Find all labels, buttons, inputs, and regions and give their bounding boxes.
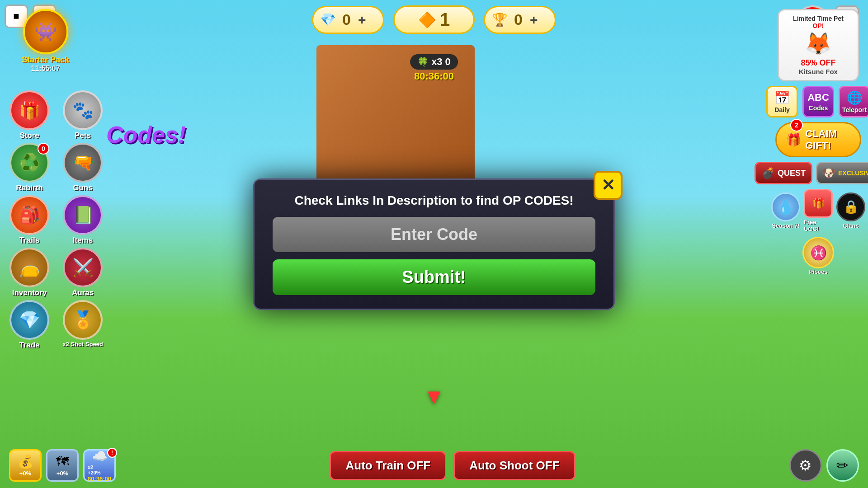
trophies-display: 🏆 0 +: [484, 6, 556, 34]
gold-button[interactable]: 💰 +0%: [9, 449, 42, 482]
pisces-label: Pisces: [809, 268, 827, 275]
claim-gift-button[interactable]: 2 🎁 CLAIM GIFT!: [775, 122, 861, 157]
sidebar-item-auras[interactable]: ⚔️ Auras: [58, 248, 108, 297]
sidebar-item-guns[interactable]: 🔫 Guns: [58, 143, 108, 192]
modal-close-button[interactable]: ✕: [594, 171, 623, 200]
quest-button[interactable]: 💣 QUEST: [755, 162, 812, 184]
sidebar-row-3: 🎒 Trails 📗 Items: [5, 195, 108, 245]
gift-icon: 🎁: [786, 132, 802, 147]
modal-description: Check Links In Description to find OP CO…: [273, 193, 595, 208]
inventory-label: Inventory: [12, 288, 47, 297]
codes-floating-label: Codes!: [106, 121, 186, 148]
multiplier-text: x3: [431, 56, 442, 68]
codes-modal: ✕ Check Links In Description to find OP …: [253, 178, 615, 310]
pencil-button[interactable]: ✏: [826, 449, 859, 482]
left-sidebar: 🎁 Store 🐾 Pets ♻️ 0 Rebirth 🔫 Guns 🎒 Tra…: [5, 90, 108, 350]
score-value: 0: [445, 56, 451, 68]
daily-label: Daily: [774, 106, 789, 113]
daily-button[interactable]: 📅 Daily: [766, 86, 798, 117]
gems-icon: 💎: [318, 10, 338, 30]
map-plus: +0%: [57, 470, 68, 477]
rebirth-label: Rebirth: [16, 183, 43, 192]
bottom-bar: 💰 +0% 🗺 +0% ! ☁️ x2 +20% 80:36:00 Auto T…: [0, 443, 868, 488]
boost-badge: !: [107, 448, 117, 458]
sidebar-item-pets[interactable]: 🐾 Pets: [58, 90, 108, 140]
trophies-plus-button[interactable]: +: [530, 12, 538, 28]
freeugc-button[interactable]: 🎁 Free UGC!: [804, 189, 833, 232]
gold-icon: 💰: [18, 454, 33, 469]
clans-label: Clans: [843, 222, 859, 229]
exclusive-pet-icon: 🐶: [822, 167, 835, 179]
trophies-value: 0: [514, 11, 523, 28]
sidebar-row-4: 👝 Inventory ⚔️ Auras: [5, 248, 108, 297]
claim-gift-badge: 2: [790, 119, 803, 131]
bottom-right-buttons: ⚙ ✏: [789, 449, 859, 482]
score-bar: 🍀 x3 0 80:36:00: [410, 54, 458, 82]
sidebar-item-rebirth[interactable]: ♻️ 0 Rebirth: [5, 143, 54, 192]
pets-icon: 🐾: [63, 90, 103, 130]
items-icon: 📗: [63, 195, 103, 235]
codes-button[interactable]: ABC Codes: [802, 86, 834, 117]
teleport-icon: 🌐: [847, 90, 863, 105]
sidebar-row-2: ♻️ 0 Rebirth 🔫 Guns: [5, 143, 108, 192]
multiplier-badge: 🍀 x3 0: [410, 54, 458, 70]
freeugc-icon: 🎁: [804, 189, 833, 218]
boost-info: x2 +20% 80:36:00: [88, 465, 111, 482]
right-bottom-row: 💧 Season 7! 🎁 Free UGC! 🔒 Clans: [771, 189, 865, 232]
sidebar-item-store[interactable]: 🎁 Store: [5, 90, 54, 140]
boost-button[interactable]: ! ☁️ x2 +20% 80:36:00: [83, 449, 116, 482]
pisces-button[interactable]: ♓ Pisces: [802, 237, 834, 275]
bomb-icon: 💣: [761, 167, 775, 179]
freeugc-label: Free UGC!: [804, 219, 833, 232]
sidebar-row-1: 🎁 Store 🐾 Pets: [5, 90, 108, 140]
starter-pack-timer: 11:55:07: [31, 65, 60, 73]
codes-icon: ABC: [807, 92, 829, 103]
limited-pet-box[interactable]: Limited Time Pet OP! 🦊 85% OFF Kitsune F…: [778, 9, 859, 81]
ammo-icon: 🔶: [418, 11, 436, 28]
starter-pack-label: Starter Pack: [22, 55, 69, 65]
exclusive-label: EXCLUSIVE!: [838, 169, 868, 177]
map-icon: 🗺: [56, 454, 69, 469]
limited-pet-label: Limited Time Pet: [793, 15, 844, 22]
right-sidebar: Limited Time Pet OP! 🦊 85% OFF Kitsune F…: [773, 9, 863, 275]
quest-label: QUEST: [778, 169, 806, 178]
boost-multiplier: x2: [88, 465, 111, 470]
clover-icon: 🍀: [417, 56, 429, 67]
sidebar-item-inventory[interactable]: 👝 Inventory: [5, 248, 54, 297]
map-button[interactable]: 🗺 +0%: [46, 449, 79, 482]
sidebar-item-trade[interactable]: 💎 Trade: [5, 300, 54, 350]
sidebar-item-items[interactable]: 📗 Items: [58, 195, 108, 245]
codes-label: Codes: [809, 104, 828, 112]
season-button[interactable]: 💧 Season 7!: [771, 192, 800, 229]
submit-button[interactable]: Submit!: [273, 259, 595, 295]
sidebar-row-5: 💎 Trade 🏅 x2 Shot Speed: [5, 300, 108, 350]
auto-shoot-button[interactable]: Auto Shoot OFF: [453, 451, 575, 480]
code-input[interactable]: [273, 217, 595, 252]
countdown-timer: 80:36:00: [414, 70, 454, 82]
sidebar-item-trails[interactable]: 🎒 Trails: [5, 195, 54, 245]
boost-icon: ☁️: [92, 449, 108, 464]
exclusive-button[interactable]: 🐶 EXCLUSIVE!: [816, 162, 868, 184]
sidebar-item-shot-speed[interactable]: 🏅 x2 Shot Speed: [58, 300, 108, 350]
right-icons-row: 📅 Daily ABC Codes 🌐 Teleport: [766, 86, 868, 117]
quest-exclusive-row: 💣 QUEST 🐶 EXCLUSIVE!: [755, 162, 868, 184]
auto-train-button[interactable]: Auto Train OFF: [330, 451, 446, 480]
top-hud: 💎 0 + 🔶 1 🏆 0 +: [0, 5, 868, 34]
season-label: Season 7!: [772, 222, 799, 229]
trade-label: Trade: [19, 341, 39, 350]
ammo-display: 🔶 1: [393, 5, 475, 34]
pet-name: Kitsune Fox: [799, 68, 838, 75]
settings-button[interactable]: ⚙: [789, 449, 822, 482]
gems-plus-button[interactable]: +: [358, 12, 366, 28]
bottom-left-buttons: 💰 +0% 🗺 +0% ! ☁️ x2 +20% 80:36:00: [9, 449, 116, 482]
gold-plus: +0%: [19, 470, 31, 477]
gems-value: 0: [342, 11, 351, 28]
trails-label: Trails: [19, 236, 39, 245]
bottom-center-buttons: Auto Train OFF Auto Shoot OFF: [330, 451, 575, 480]
trophy-icon: 🏆: [490, 10, 509, 30]
items-label: Items: [73, 236, 93, 245]
teleport-label: Teleport: [842, 106, 867, 113]
clans-button[interactable]: 🔒 Clans: [836, 192, 865, 229]
rebirth-badge: 0: [38, 143, 49, 155]
teleport-button[interactable]: 🌐 Teleport: [839, 86, 868, 117]
